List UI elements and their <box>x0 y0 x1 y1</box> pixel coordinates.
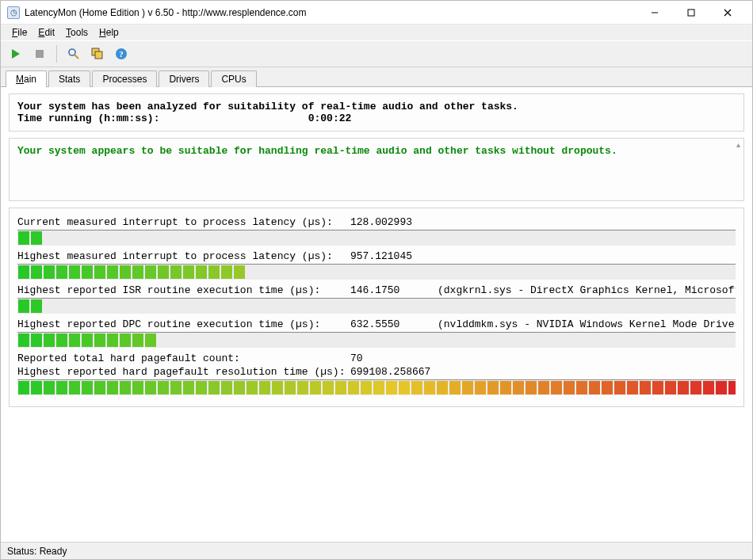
tab-stats[interactable]: Stats <box>48 70 90 87</box>
bar-segment <box>437 381 448 394</box>
window-title: LatencyMon (Home Edition ) v 6.50 - http… <box>25 7 636 18</box>
highest-latency-bar <box>17 264 736 280</box>
bar-segment <box>132 381 143 394</box>
titlebar: ◷ LatencyMon (Home Edition ) v 6.50 - ht… <box>1 1 752 25</box>
start-button[interactable] <box>6 44 26 64</box>
bar-segment <box>424 381 435 394</box>
menu-edit[interactable]: Edit <box>33 25 59 40</box>
pagefault-time-value: 699108.258667 <box>350 366 438 378</box>
bar-segment <box>44 333 55 347</box>
highest-dpc-label: Highest reported DPC routine execution t… <box>17 318 350 330</box>
statusbar: Status: Ready <box>1 542 752 559</box>
bar-segment <box>462 381 473 394</box>
tab-cpus[interactable]: CPUs <box>211 70 256 87</box>
bar-segment <box>614 381 625 394</box>
bar-segment <box>107 265 118 279</box>
status-message: Your system appears to be suitable for h… <box>17 145 736 157</box>
content-area: Your system has been analyzed for suitab… <box>1 86 752 542</box>
bar-segment <box>69 381 80 394</box>
highest-isr-label: Highest reported ISR routine execution t… <box>17 284 350 296</box>
maximize-button[interactable] <box>673 1 709 25</box>
bar-segment <box>259 381 270 394</box>
bar-segment <box>31 231 42 245</box>
bar-segment <box>221 265 232 279</box>
bar-segment <box>576 381 587 394</box>
bar-segment <box>132 333 143 347</box>
tab-processes[interactable]: Processes <box>92 70 157 87</box>
search-button[interactable] <box>63 44 84 64</box>
bar-segment <box>170 381 182 394</box>
bar-segment <box>513 381 524 394</box>
bar-segment <box>285 381 296 394</box>
bar-segment <box>500 381 511 394</box>
bar-segment <box>31 333 42 347</box>
svg-rect-9 <box>95 51 102 59</box>
bar-segment <box>56 333 67 347</box>
highest-isr-value: 146.1750 <box>350 284 438 296</box>
bar-segment <box>56 265 67 279</box>
current-latency-row: Current measured interrupt to process la… <box>17 216 736 228</box>
bar-segment <box>18 333 29 347</box>
bar-segment <box>31 381 42 394</box>
menu-help[interactable]: Help <box>94 25 124 40</box>
highest-dpc-bar <box>17 332 736 348</box>
close-button[interactable] <box>709 1 746 25</box>
window-controls <box>636 1 746 25</box>
bar-segment <box>120 265 131 279</box>
current-latency-value: 128.002993 <box>350 216 438 228</box>
bar-segment <box>107 381 118 394</box>
bar-segment <box>234 265 245 279</box>
bar-segment <box>716 381 727 394</box>
minimize-button[interactable] <box>636 1 673 25</box>
windows-button[interactable] <box>87 44 108 64</box>
bar-segment <box>297 381 308 394</box>
svg-rect-1 <box>688 10 694 16</box>
bar-segment <box>652 381 663 394</box>
bar-segment <box>551 381 562 394</box>
bar-segment <box>602 381 613 394</box>
bar-segment <box>170 265 182 279</box>
bar-segment <box>386 381 397 394</box>
bar-segment <box>640 381 651 394</box>
pagefault-time-row: Highest reported hard pagefault resoluti… <box>17 366 736 378</box>
bar-segment <box>69 333 80 347</box>
stop-button[interactable] <box>29 44 50 64</box>
time-running-label: Time running (h:mm:ss): <box>17 112 159 124</box>
tab-drivers[interactable]: Drivers <box>159 70 209 87</box>
highest-latency-label: Highest measured interrupt to process la… <box>17 250 350 262</box>
svg-point-6 <box>69 49 75 55</box>
bar-segment <box>399 381 410 394</box>
scroll-up-icon[interactable]: ▴ <box>736 140 740 149</box>
svg-line-7 <box>75 55 78 59</box>
highest-isr-bar <box>17 298 736 314</box>
status-panel: Your system appears to be suitable for h… <box>9 138 744 201</box>
svg-text:?: ? <box>119 49 124 59</box>
bar-segment <box>196 265 207 279</box>
highest-isr-extra: (dxgkrnl.sys - DirectX Graphics Kernel, … <box>438 284 736 296</box>
bar-segment <box>158 381 169 394</box>
bar-segment <box>94 381 105 394</box>
highest-dpc-value: 632.5550 <box>350 318 438 330</box>
bar-segment <box>145 381 156 394</box>
bar-segment <box>348 381 359 394</box>
header-panel: Your system has been analyzed for suitab… <box>9 93 744 131</box>
help-button[interactable]: ? <box>111 44 132 64</box>
bar-segment <box>589 381 600 394</box>
menu-file[interactable]: File <box>7 25 32 40</box>
bar-segment <box>538 381 549 394</box>
pagefault-time-bar <box>17 379 736 395</box>
pagefault-time-label: Highest reported hard pagefault resoluti… <box>17 366 350 378</box>
bar-segment <box>564 381 575 394</box>
bar-segment <box>18 299 29 313</box>
highest-isr-row: Highest reported ISR routine execution t… <box>17 284 736 296</box>
menu-tools[interactable]: Tools <box>61 25 93 40</box>
bar-segment <box>158 265 169 279</box>
current-latency-label: Current measured interrupt to process la… <box>17 216 350 228</box>
header-time-row: Time running (h:mm:ss): 0:00:22 <box>17 112 736 124</box>
bar-segment <box>18 265 29 279</box>
pagefault-count-label: Reported total hard pagefault count: <box>17 352 350 364</box>
bar-segment <box>31 265 42 279</box>
highest-latency-row: Highest measured interrupt to process la… <box>17 250 736 262</box>
tab-main[interactable]: Main <box>6 70 47 87</box>
svg-rect-5 <box>36 50 44 58</box>
